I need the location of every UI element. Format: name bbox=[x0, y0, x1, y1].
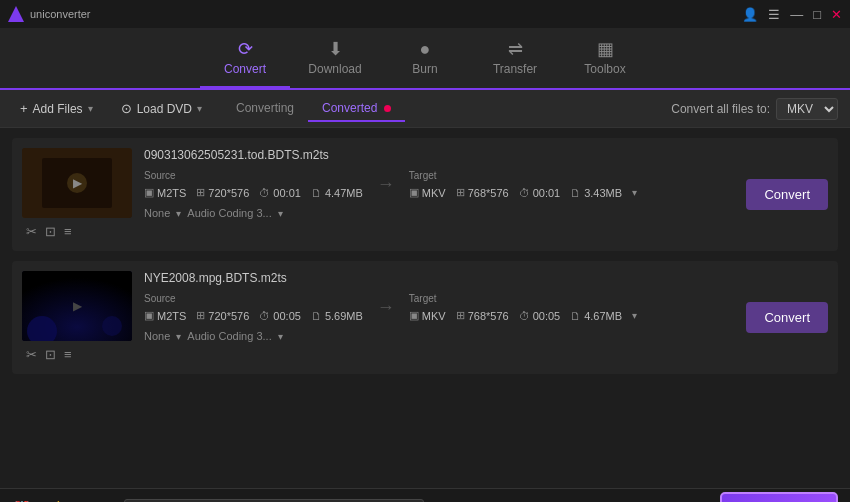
target-props-2: ▣ MKV ⊞ 768*576 ⏱ 00:05 🗋 bbox=[409, 309, 637, 322]
converting-tab-label: Converting bbox=[236, 101, 294, 115]
audio-value-1: Audio Coding 3... bbox=[187, 207, 271, 219]
nav-label-toolbox: Toolbox bbox=[584, 62, 625, 76]
convert-all-to: Convert all files to: MKV MP4 AVI MOV bbox=[671, 98, 838, 120]
download-nav-icon: ⬇ bbox=[328, 40, 343, 58]
subtitle-dropdown-1[interactable]: ▾ bbox=[176, 208, 181, 219]
convert-all-button[interactable]: Convert All bbox=[720, 492, 838, 503]
audio-dropdown-1[interactable]: ▾ bbox=[278, 208, 283, 219]
svg-text:▶: ▶ bbox=[73, 299, 83, 313]
convert-button-2[interactable]: Convert bbox=[746, 302, 828, 333]
nav-label-convert: Convert bbox=[224, 62, 266, 76]
source-target-row-1: Source ▣ M2TS ⊞ 720*576 ⏱ 00:01 bbox=[144, 170, 734, 199]
tab-converted[interactable]: Converted bbox=[308, 96, 405, 122]
subtitle-dropdown-2[interactable]: ▾ bbox=[176, 331, 181, 342]
target-dropdown-1[interactable]: ▾ bbox=[632, 187, 637, 198]
nav-label-transfer: Transfer bbox=[493, 62, 537, 76]
source-duration-1: ⏱ 00:01 bbox=[259, 187, 301, 199]
nav-label-download: Download bbox=[308, 62, 361, 76]
subtitle-value-1: None bbox=[144, 207, 170, 219]
subtitle-value-2: None bbox=[144, 330, 170, 342]
nav-item-convert[interactable]: ⟳ Convert bbox=[200, 32, 290, 84]
nav-bar: ⟳ Convert ⬇ Download ● Burn ⇌ Transfer ▦… bbox=[0, 28, 850, 90]
target-format-1: ▣ MKV bbox=[409, 186, 446, 199]
nav-item-burn[interactable]: ● Burn bbox=[380, 32, 470, 84]
target-format-2: ▣ MKV bbox=[409, 309, 446, 322]
format-icon-2: ▣ bbox=[144, 309, 154, 322]
trim-icon-1[interactable]: ⊡ bbox=[45, 224, 56, 239]
file-name-2: NYE2008.mpg.BDTS.m2ts bbox=[144, 271, 734, 285]
source-resolution-2: ⊞ 720*576 bbox=[196, 309, 249, 322]
load-dvd-dropdown-icon[interactable]: ▾ bbox=[197, 103, 202, 114]
source-format-2: ▣ M2TS bbox=[144, 309, 186, 322]
svg-text:▶: ▶ bbox=[73, 176, 83, 190]
file-item: ▶ ✂ ⊡ ≡ 090313062505231.tod.BDTS.m2ts So… bbox=[12, 138, 838, 251]
target-format-icon-2: ▣ bbox=[409, 309, 419, 322]
subtitle-row-1: None ▾ Audio Coding 3... ▾ bbox=[144, 207, 734, 219]
resolution-icon-1: ⊞ bbox=[196, 186, 205, 199]
app-name: uniconverter bbox=[30, 8, 91, 20]
file-info-2: NYE2008.mpg.BDTS.m2ts Source ▣ M2TS ⊞ 72… bbox=[144, 271, 734, 342]
close-button[interactable]: ✕ bbox=[831, 8, 842, 21]
load-dvd-label: Load DVD bbox=[137, 102, 192, 116]
arrow-icon-2: → bbox=[377, 297, 395, 318]
nav-item-transfer[interactable]: ⇌ Transfer bbox=[470, 32, 560, 84]
minimize-button[interactable]: — bbox=[790, 8, 803, 21]
title-bar: uniconverter 👤 ☰ — □ ✕ bbox=[0, 0, 850, 28]
add-files-button[interactable]: + Add Files ▾ bbox=[12, 97, 101, 120]
target-props-1: ▣ MKV ⊞ 768*576 ⏱ 00:01 🗋 bbox=[409, 186, 637, 199]
target-dropdown-2[interactable]: ▾ bbox=[632, 310, 637, 321]
file-icon-1: 🗋 bbox=[311, 187, 322, 199]
source-props-2: ▣ M2TS ⊞ 720*576 ⏱ 00:05 🗋 bbox=[144, 309, 363, 322]
file-item-2: ▶ ✂ ⊡ ≡ NYE2008.mpg.BDTS.m2ts Source ▣ M… bbox=[12, 261, 838, 374]
cut-icon-1[interactable]: ✂ bbox=[26, 224, 37, 239]
toolbox-nav-icon: ▦ bbox=[597, 40, 614, 58]
audio-value-2: Audio Coding 3... bbox=[187, 330, 271, 342]
add-files-dropdown-icon[interactable]: ▾ bbox=[88, 103, 93, 114]
source-resolution-1: ⊞ 720*576 bbox=[196, 186, 249, 199]
target-duration-2: ⏱ 00:05 bbox=[519, 310, 561, 322]
target-file-icon-1: 🗋 bbox=[570, 187, 581, 199]
settings-icon-2[interactable]: ≡ bbox=[64, 347, 72, 362]
target-size-1: 🗋 3.43MB bbox=[570, 187, 622, 199]
bottom-bar: ⏰ ⚡ Output E:\Wondershare Video Converte… bbox=[0, 488, 850, 502]
target-block-2: Target ▣ MKV ⊞ 768*576 ⏱ 00:05 bbox=[409, 293, 637, 322]
tab-converting[interactable]: Converting bbox=[222, 96, 308, 122]
thumb-area-2: ▶ ✂ ⊡ ≡ bbox=[22, 271, 132, 364]
file-info-1: 090313062505231.tod.BDTS.m2ts Source ▣ M… bbox=[144, 148, 734, 219]
audio-dropdown-2[interactable]: ▾ bbox=[278, 331, 283, 342]
load-dvd-icon: ⊙ bbox=[121, 101, 132, 116]
thumb-area-1: ▶ ✂ ⊡ ≡ bbox=[22, 148, 132, 241]
source-size-1: 🗋 4.47MB bbox=[311, 187, 363, 199]
thumbnail-1: ▶ bbox=[22, 148, 132, 218]
nav-item-download[interactable]: ⬇ Download bbox=[290, 32, 380, 84]
format-selector[interactable]: MKV MP4 AVI MOV bbox=[776, 98, 838, 120]
convert-nav-icon: ⟳ bbox=[238, 40, 253, 58]
output-path[interactable]: E:\Wondershare Video Converter Ultimate\… bbox=[124, 499, 424, 503]
nav-item-toolbox[interactable]: ▦ Toolbox bbox=[560, 32, 650, 84]
load-dvd-button[interactable]: ⊙ Load DVD ▾ bbox=[113, 97, 210, 120]
thumb-controls-1: ✂ ⊡ ≡ bbox=[22, 222, 132, 241]
target-clock-icon-1: ⏱ bbox=[519, 187, 530, 199]
convert-button-1[interactable]: Convert bbox=[746, 179, 828, 210]
subtitle-row-2: None ▾ Audio Coding 3... ▾ bbox=[144, 330, 734, 342]
main-content: ▶ ✂ ⊡ ≡ 090313062505231.tod.BDTS.m2ts So… bbox=[0, 128, 850, 488]
source-size-2: 🗋 5.69MB bbox=[311, 310, 363, 322]
thumb-controls-2: ✂ ⊡ ≡ bbox=[22, 345, 132, 364]
menu-icon[interactable]: ☰ bbox=[768, 8, 780, 21]
settings-icon-1[interactable]: ≡ bbox=[64, 224, 72, 239]
user-icon[interactable]: 👤 bbox=[742, 8, 758, 21]
maximize-button[interactable]: □ bbox=[813, 8, 821, 21]
trim-icon-2[interactable]: ⊡ bbox=[45, 347, 56, 362]
file-name-1: 090313062505231.tod.BDTS.m2ts bbox=[144, 148, 734, 162]
clock-icon-2: ⏱ bbox=[259, 310, 270, 322]
cut-icon-2[interactable]: ✂ bbox=[26, 347, 37, 362]
clock-icon-1: ⏱ bbox=[259, 187, 270, 199]
add-files-icon: + bbox=[20, 101, 28, 116]
converted-tab-label: Converted bbox=[322, 101, 377, 115]
target-resolution-1: ⊞ 768*576 bbox=[456, 186, 509, 199]
burn-nav-icon: ● bbox=[420, 40, 431, 58]
arrow-icon-1: → bbox=[377, 174, 395, 195]
target-format-icon-1: ▣ bbox=[409, 186, 419, 199]
convert-all-to-label: Convert all files to: bbox=[671, 102, 770, 116]
transfer-nav-icon: ⇌ bbox=[508, 40, 523, 58]
